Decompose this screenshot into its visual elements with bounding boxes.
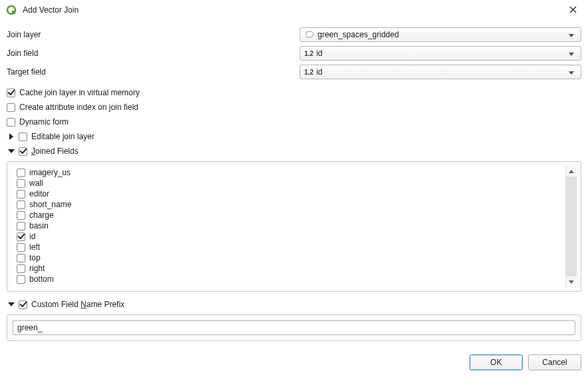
create-index-checkbox[interactable] <box>7 103 15 112</box>
cache-checkbox[interactable] <box>7 89 15 97</box>
field-item[interactable]: id <box>14 231 565 242</box>
field-checkbox[interactable] <box>17 222 25 230</box>
close-icon[interactable] <box>563 0 583 20</box>
field-checkbox[interactable] <box>17 179 25 188</box>
dynamic-form-label: Dynamic form <box>19 117 69 127</box>
field-item[interactable]: left <box>14 242 565 252</box>
field-item[interactable]: short_name <box>14 199 565 210</box>
svg-rect-1 <box>12 11 15 14</box>
joined-fields-group: imagery_uswalleditorshort_namechargebasi… <box>7 161 581 292</box>
dynamic-form-checkbox[interactable] <box>7 118 15 127</box>
field-type-icon: 1.2 <box>304 50 314 57</box>
field-checkbox[interactable] <box>17 211 25 220</box>
joined-fields-label: Joined Fields <box>31 147 79 156</box>
cancel-button[interactable]: Cancel <box>528 354 581 370</box>
prefix-input[interactable]: green_ <box>13 320 575 335</box>
field-type-icon: 1.2 <box>304 69 314 76</box>
join-layer-combo[interactable]: green_spaces_gridded <box>300 27 581 42</box>
joined-fields-list[interactable]: imagery_uswalleditorshort_namechargebasi… <box>11 166 577 287</box>
join-field-label: Join field <box>7 49 300 58</box>
field-name: basin <box>29 221 49 230</box>
scrollbar[interactable] <box>565 166 577 287</box>
scroll-up-icon[interactable] <box>566 166 577 177</box>
joined-fields-checkbox[interactable] <box>19 147 27 156</box>
field-checkbox[interactable] <box>17 275 25 284</box>
scroll-thumb[interactable] <box>566 177 577 276</box>
window-title: Add Vector Join <box>23 5 79 15</box>
scroll-down-icon[interactable] <box>566 276 577 287</box>
field-checkbox[interactable] <box>17 243 25 252</box>
field-checkbox[interactable] <box>17 232 25 241</box>
dropdown-arrow-icon <box>566 30 577 39</box>
field-item[interactable]: bottom <box>14 274 565 284</box>
target-field-value: id <box>316 67 566 77</box>
field-name: right <box>29 264 45 273</box>
dropdown-arrow-icon <box>566 49 577 58</box>
field-name: imagery_us <box>29 168 71 177</box>
prefix-value: green_ <box>17 323 42 332</box>
field-name: top <box>29 253 41 262</box>
dropdown-arrow-icon <box>566 67 577 77</box>
field-item[interactable]: basin <box>14 220 565 231</box>
join-layer-value: green_spaces_gridded <box>318 30 566 39</box>
editable-label: Editable join layer <box>31 132 95 141</box>
qgis-icon <box>5 4 17 16</box>
ok-button[interactable]: OK <box>469 354 523 370</box>
editable-checkbox[interactable] <box>19 133 27 141</box>
field-name: bottom <box>29 274 54 284</box>
field-checkbox[interactable] <box>17 264 25 273</box>
editable-expander[interactable] <box>7 132 16 141</box>
field-item[interactable]: top <box>14 252 565 263</box>
prefix-label: Custom Field Name Prefix <box>31 300 125 309</box>
field-checkbox[interactable] <box>17 254 25 262</box>
field-item[interactable]: imagery_us <box>14 167 565 178</box>
field-item[interactable]: wall <box>14 178 565 189</box>
prefix-checkbox[interactable] <box>19 300 27 309</box>
field-name: charge <box>29 210 54 220</box>
field-name: short_name <box>29 200 71 209</box>
field-checkbox[interactable] <box>17 169 25 177</box>
field-name: id <box>29 232 35 241</box>
field-name: editor <box>29 189 49 198</box>
field-name: wall <box>29 179 43 188</box>
join-field-value: id <box>316 49 566 58</box>
field-item[interactable]: editor <box>14 189 565 199</box>
field-checkbox[interactable] <box>17 200 25 209</box>
prefix-group: green_ <box>7 314 581 341</box>
field-item[interactable]: charge <box>14 210 565 220</box>
field-name: left <box>29 242 40 252</box>
create-index-label: Create attribute index on join field <box>19 103 139 112</box>
prefix-expander[interactable] <box>7 300 16 309</box>
titlebar: Add Vector Join <box>0 0 588 20</box>
field-checkbox[interactable] <box>17 190 25 198</box>
joined-fields-expander[interactable] <box>7 147 16 156</box>
join-field-combo[interactable]: 1.2 id <box>300 46 581 61</box>
target-field-combo[interactable]: 1.2 id <box>300 65 581 79</box>
join-layer-label: Join layer <box>7 30 300 39</box>
target-field-label: Target field <box>7 67 300 77</box>
field-item[interactable]: right <box>14 263 565 274</box>
cache-label: Cache join layer in virtual memory <box>19 88 140 97</box>
polygon-layer-icon <box>304 30 315 39</box>
